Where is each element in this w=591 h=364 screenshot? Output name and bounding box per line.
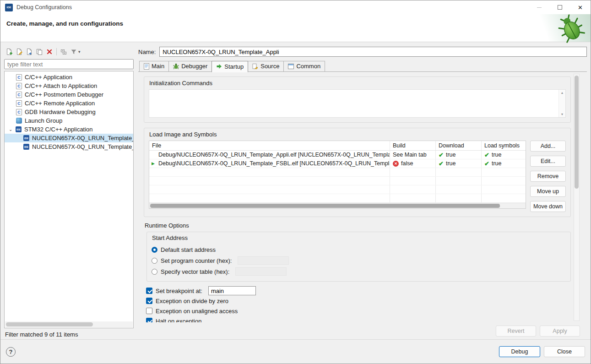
tab-bar: Main Debugger Startup Source Common xyxy=(138,61,587,72)
main-tab-icon xyxy=(144,63,149,70)
content-vertical-scrollbar[interactable] xyxy=(574,74,580,321)
add-button[interactable]: Add... xyxy=(530,141,566,152)
remove-button[interactable]: Remove xyxy=(530,171,566,182)
scrollbar-thumb[interactable] xyxy=(6,322,93,326)
move-down-button[interactable]: Move down xyxy=(530,201,566,212)
filter-dropdown-icon[interactable]: ▾ xyxy=(78,49,81,54)
tree-item-cpp-postmortem[interactable]: C C/C++ Postmortem Debugger xyxy=(5,90,133,99)
help-button[interactable]: ? xyxy=(6,347,16,357)
ide-icon: IDE xyxy=(16,126,22,132)
table-row[interactable]: ▶ Debug\NUCLEON657X-0Q_LRUN_Template_FSB… xyxy=(149,159,526,168)
load-image-table: File Build Download Load symbols Debug/N… xyxy=(149,141,526,209)
breakpoint-input[interactable] xyxy=(208,286,256,295)
table-row[interactable]: Debug/NUCLEON657X-0Q_LRUN_Template_Appli… xyxy=(149,151,526,159)
export-button[interactable] xyxy=(25,47,34,56)
load-symbols-value: true xyxy=(492,160,502,167)
build-cell: See Main tab xyxy=(390,151,436,159)
tree-item-template-appli[interactable]: IDE NUCLEON657X-0Q_LRUN_Template_App xyxy=(5,134,133,142)
tree-horizontal-scrollbar[interactable] xyxy=(5,321,133,327)
checkbox-checked-icon[interactable] xyxy=(146,288,152,294)
halt-on-exception-option[interactable]: Halt on exception xyxy=(146,316,571,322)
name-row: Name: xyxy=(138,47,587,57)
radio-icon[interactable] xyxy=(152,258,157,264)
c-file-icon: C xyxy=(16,109,22,115)
minimize-button[interactable] xyxy=(529,0,549,14)
close-icon: ✕ xyxy=(578,4,583,11)
column-header-download[interactable]: Download xyxy=(436,141,482,150)
c-file-icon: C xyxy=(16,83,22,89)
initialization-commands-textarea[interactable]: ▲ ▼ xyxy=(149,89,566,118)
checkbox-checked-icon[interactable] xyxy=(146,298,152,304)
tab-startup[interactable]: Startup xyxy=(211,61,248,72)
filter-input[interactable] xyxy=(4,59,134,69)
tree-item-launch-group[interactable]: Launch Group xyxy=(5,116,133,125)
tab-label: Common xyxy=(296,63,320,70)
exception-unaligned-option[interactable]: Exception on unaligned access xyxy=(146,306,571,316)
table-horizontal-scrollbar[interactable] xyxy=(149,203,526,208)
tree-item-label: C/C++ Attach to Application xyxy=(25,82,97,89)
tab-common[interactable]: Common xyxy=(283,61,325,72)
c-file-icon: C xyxy=(16,74,22,81)
tree-item-cpp-attach[interactable]: C C/C++ Attach to Application xyxy=(5,81,133,90)
ide-icon: IDE xyxy=(23,135,29,141)
close-dialog-button[interactable]: Close xyxy=(544,346,585,357)
build-value: See Main tab xyxy=(393,152,427,158)
maximize-button[interactable] xyxy=(549,0,570,14)
apply-button[interactable]: Apply xyxy=(540,326,580,337)
column-header-load-symbols[interactable]: Load symbols xyxy=(482,141,526,150)
tab-source[interactable]: Source xyxy=(248,61,283,72)
check-icon: ✔ xyxy=(439,152,444,158)
scrollbar-thumb[interactable] xyxy=(575,76,579,189)
tree-item-cpp-remote[interactable]: C C/C++ Remote Application xyxy=(5,99,133,108)
table-empty-row xyxy=(149,194,526,203)
tree-item-template-fsbl[interactable]: IDE NUCLEON657X-0Q_LRUN_Template_FSBL xyxy=(5,142,133,151)
vector-table-field xyxy=(235,267,287,276)
tab-main[interactable]: Main xyxy=(139,61,168,72)
debug-button[interactable]: Debug xyxy=(499,346,540,357)
scroll-down-icon[interactable]: ▼ xyxy=(561,113,564,116)
name-input[interactable] xyxy=(159,47,587,57)
download-value: true xyxy=(446,152,456,158)
exception-divide-zero-option[interactable]: Exception on divide by zero xyxy=(146,296,571,306)
download-cell: ✔ true xyxy=(436,159,482,168)
collapse-all-button[interactable] xyxy=(59,47,68,56)
tab-label: Debugger xyxy=(181,63,207,70)
specify-vector-table-option[interactable]: Specify vector table (hex): xyxy=(152,266,566,277)
file-path: Debug/NUCLEON657X-0Q_LRUN_Template_Appli… xyxy=(158,152,390,158)
set-program-counter-option[interactable]: Set program counter (hex): xyxy=(152,255,566,266)
radio-selected-icon[interactable] xyxy=(152,247,157,253)
initialization-commands-group: Initialization Commands ▲ ▼ xyxy=(144,76,571,123)
column-header-build[interactable]: Build xyxy=(390,141,436,150)
set-breakpoint-option[interactable]: Set breakpoint at: xyxy=(146,286,571,296)
delete-button[interactable] xyxy=(45,47,54,56)
textarea-scrollbar[interactable]: ▲ ▼ xyxy=(558,90,565,117)
group-title: Load Image and Symbols xyxy=(149,131,566,138)
move-up-button[interactable]: Move up xyxy=(530,186,566,197)
duplicate-icon xyxy=(36,48,43,55)
filter-button[interactable] xyxy=(69,47,78,56)
column-header-file[interactable]: File xyxy=(149,141,390,150)
tab-debugger[interactable]: Debugger xyxy=(168,61,211,72)
chevron-down-icon[interactable]: ⌄ xyxy=(9,127,14,132)
download-value: true xyxy=(446,160,456,167)
new-prototype-button[interactable] xyxy=(15,47,24,56)
tree-item-gdb-hardware[interactable]: C GDB Hardware Debugging xyxy=(5,108,133,116)
scrollbar-thumb[interactable] xyxy=(150,204,500,208)
radio-icon[interactable] xyxy=(152,269,157,275)
tree-item-cpp-application[interactable]: C C/C++ Application xyxy=(5,73,133,81)
scroll-up-icon[interactable]: ▲ xyxy=(561,91,564,94)
default-start-address-option[interactable]: Default start address xyxy=(152,244,566,255)
revert-button[interactable]: Revert xyxy=(496,326,536,337)
table-actions: Add... Edit... Remove Move up Move down xyxy=(530,141,566,212)
apply-row: Revert Apply xyxy=(138,322,587,339)
duplicate-button[interactable] xyxy=(35,47,44,56)
tree-item-stm32-application[interactable]: ⌄ IDE STM32 C/C++ Application xyxy=(5,125,133,134)
edit-button[interactable]: Edit... xyxy=(530,156,566,167)
checkbox-checked-icon[interactable] xyxy=(146,318,152,322)
checkbox-label: Halt on exception xyxy=(156,318,201,323)
error-icon: ✕ xyxy=(393,161,399,167)
launch-group-icon xyxy=(16,118,22,124)
checkbox-unchecked-icon[interactable] xyxy=(146,308,152,314)
new-configuration-icon xyxy=(5,48,13,55)
new-configuration-button[interactable] xyxy=(5,47,14,56)
